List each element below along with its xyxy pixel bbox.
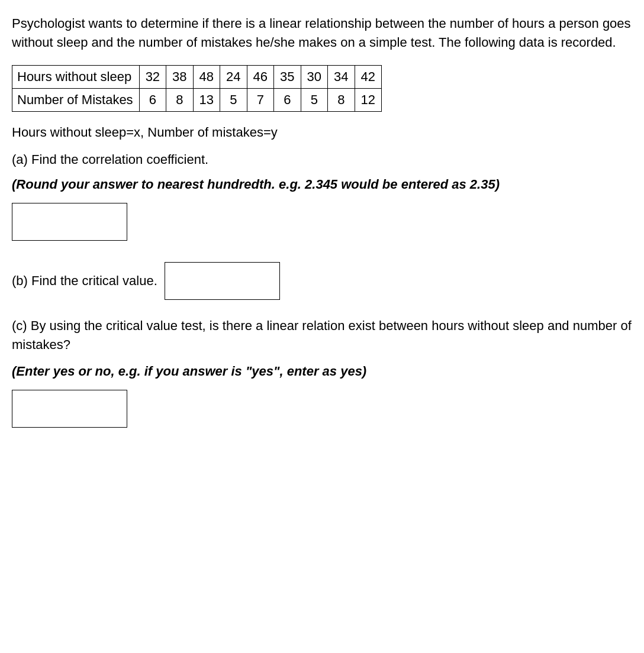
mistakes-val-4: 5 (220, 88, 247, 111)
mistakes-val-8: 8 (328, 88, 355, 111)
part-b-row: (b) Find the critical value. (12, 262, 632, 300)
part-c-label: (c) By using the critical value test, is… (12, 316, 632, 354)
mistakes-val-6: 6 (274, 88, 301, 111)
hours-val-4: 24 (220, 65, 247, 88)
mistakes-val-3: 13 (193, 88, 220, 111)
mistakes-label: Number of Mistakes (12, 88, 140, 111)
part-b-input[interactable] (165, 263, 279, 299)
mistakes-val-7: 5 (301, 88, 327, 111)
part-c-input[interactable] (12, 390, 127, 427)
hours-label: Hours without sleep (12, 65, 140, 88)
mistakes-val-5: 7 (247, 88, 273, 111)
variable-note: Hours without sleep=x, Number of mistake… (12, 125, 632, 140)
table-row-hours: Hours without sleep 32 38 48 24 46 35 30… (12, 65, 382, 88)
part-c-answer-area (12, 390, 632, 428)
hours-val-9: 42 (355, 65, 381, 88)
mistakes-val-9: 12 (355, 88, 381, 111)
hours-val-3: 48 (193, 65, 220, 88)
part-b-answer-box[interactable] (165, 262, 280, 300)
hours-val-8: 34 (328, 65, 355, 88)
rounding-note: (Round your answer to nearest hundredth.… (12, 177, 632, 192)
hours-val-6: 35 (274, 65, 301, 88)
hours-val-7: 30 (301, 65, 327, 88)
part-c-answer-box[interactable] (12, 390, 127, 428)
intro-paragraph: Psychologist wants to determine if there… (12, 14, 632, 52)
part-a-input[interactable] (12, 203, 127, 240)
enter-note: (Enter yes or no, e.g. if you answer is … (12, 364, 632, 379)
hours-val-5: 46 (247, 65, 273, 88)
part-b-label: (b) Find the critical value. (12, 273, 157, 289)
part-a-label: (a) Find the correlation coefficient. (12, 152, 632, 167)
data-table: Hours without sleep 32 38 48 24 46 35 30… (12, 65, 382, 112)
mistakes-val-2: 8 (166, 88, 193, 111)
mistakes-val-1: 6 (139, 88, 166, 111)
part-a-question: (a) Find the correlation coefficient. (12, 152, 632, 167)
part-a-answer-box[interactable] (12, 203, 127, 241)
part-a-answer-area (12, 203, 632, 241)
table-row-mistakes: Number of Mistakes 6 8 13 5 7 6 5 8 12 (12, 88, 382, 111)
hours-val-1: 32 (139, 65, 166, 88)
hours-val-2: 38 (166, 65, 193, 88)
